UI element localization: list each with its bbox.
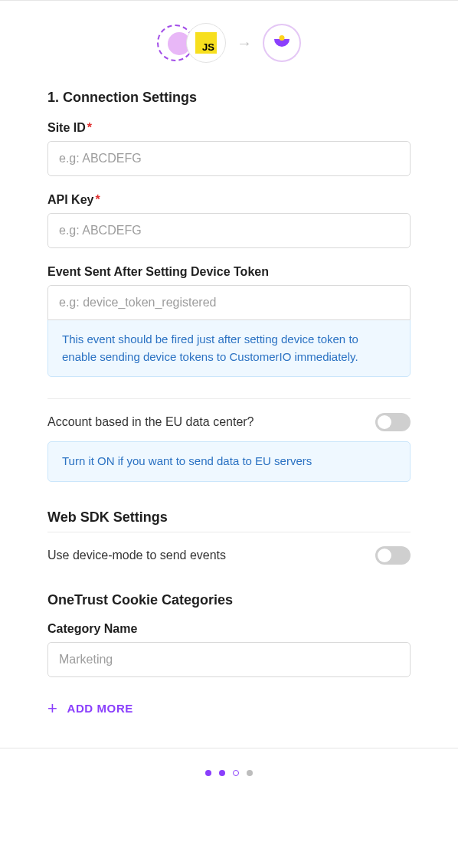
site-id-label: Site ID* [47, 121, 411, 135]
plus-icon: + [47, 700, 57, 717]
customerio-logo-icon [274, 39, 290, 47]
category-name-label: Category Name [47, 622, 411, 636]
api-key-input[interactable] [47, 213, 411, 248]
section-onetrust-title: OneTrust Cookie Categories [47, 592, 411, 608]
required-marker-icon: * [95, 193, 100, 206]
event-info-box: This event should be fired just after se… [47, 319, 411, 377]
add-more-button[interactable]: + ADD MORE [47, 700, 133, 717]
arrow-right-icon: → [237, 34, 252, 52]
section-divider [47, 398, 411, 399]
js-badge-icon: JS [195, 32, 217, 54]
event-input[interactable] [47, 285, 411, 320]
api-key-label: API Key* [47, 193, 411, 207]
eu-toggle-label: Account based in the EU data center? [47, 415, 254, 429]
site-id-label-text: Site ID [47, 121, 86, 134]
event-label: Event Sent After Setting Device Token [47, 265, 411, 279]
section-divider [47, 532, 411, 532]
eu-toggle-info-box: Turn it ON if you want to send data to E… [47, 441, 411, 482]
section-connection-settings-title: 1. Connection Settings [47, 90, 411, 106]
site-id-input[interactable] [47, 141, 411, 176]
source-icon-group: JS [157, 23, 226, 63]
page-dot-2[interactable] [219, 770, 225, 776]
integration-flow-header: JS → [47, 22, 411, 64]
api-key-label-text: API Key [47, 193, 93, 206]
page-dot-4[interactable] [247, 770, 253, 776]
page-dot-1[interactable] [205, 770, 211, 776]
category-name-input[interactable] [47, 642, 411, 677]
page-dot-3-current[interactable] [233, 770, 239, 776]
add-more-label: ADD MORE [67, 702, 132, 715]
device-mode-label: Use device-mode to send events [47, 549, 226, 562]
pagination-dots [0, 748, 458, 790]
js-source-icon: JS [186, 23, 226, 63]
section-web-sdk-title: Web SDK Settings [47, 509, 411, 526]
required-marker-icon: * [87, 121, 92, 134]
device-mode-toggle[interactable] [375, 546, 411, 565]
destination-icon [263, 24, 301, 62]
eu-data-center-toggle[interactable] [375, 413, 411, 431]
